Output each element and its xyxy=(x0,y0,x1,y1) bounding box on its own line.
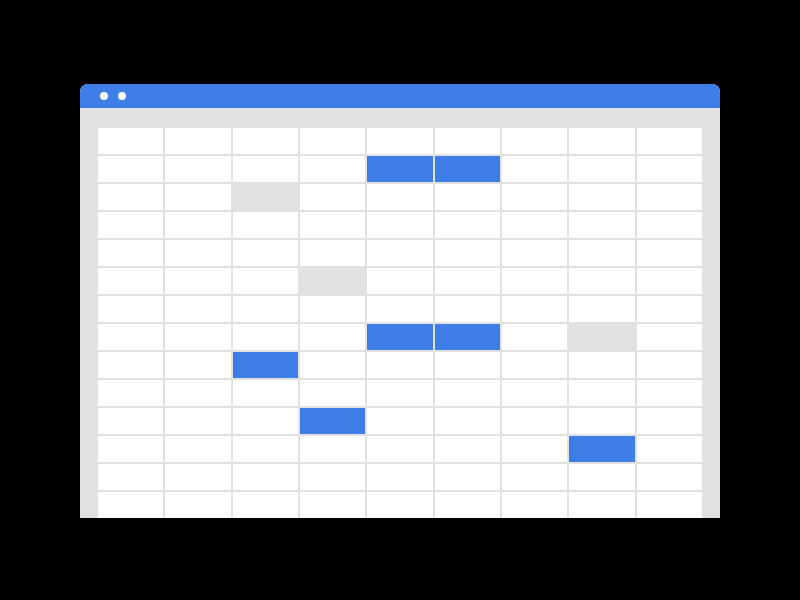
cell[interactable] xyxy=(233,408,298,434)
cell[interactable] xyxy=(502,184,567,210)
cell[interactable] xyxy=(300,408,365,434)
cell[interactable] xyxy=(233,464,298,490)
cell[interactable] xyxy=(165,492,230,518)
cell[interactable] xyxy=(165,324,230,350)
cell[interactable] xyxy=(98,324,163,350)
cell[interactable] xyxy=(569,436,634,462)
cell[interactable] xyxy=(98,436,163,462)
cell[interactable] xyxy=(502,268,567,294)
cell[interactable] xyxy=(300,212,365,238)
cell[interactable] xyxy=(367,156,432,182)
cell[interactable] xyxy=(233,128,298,154)
cell[interactable] xyxy=(367,380,432,406)
cell[interactable] xyxy=(637,324,702,350)
cell[interactable] xyxy=(165,184,230,210)
cell[interactable] xyxy=(300,128,365,154)
cell[interactable] xyxy=(569,240,634,266)
cell[interactable] xyxy=(233,352,298,378)
cell[interactable] xyxy=(637,492,702,518)
cell[interactable] xyxy=(637,156,702,182)
cell[interactable] xyxy=(569,296,634,322)
cell[interactable] xyxy=(367,464,432,490)
cell[interactable] xyxy=(637,352,702,378)
cell[interactable] xyxy=(98,268,163,294)
cell[interactable] xyxy=(98,212,163,238)
cell[interactable] xyxy=(502,212,567,238)
cell[interactable] xyxy=(637,296,702,322)
cell[interactable] xyxy=(165,156,230,182)
cell[interactable] xyxy=(637,184,702,210)
cell[interactable] xyxy=(98,240,163,266)
cell[interactable] xyxy=(569,324,634,350)
cell[interactable] xyxy=(637,268,702,294)
cell[interactable] xyxy=(165,268,230,294)
cell[interactable] xyxy=(502,240,567,266)
cell[interactable] xyxy=(367,268,432,294)
cell[interactable] xyxy=(637,436,702,462)
cell[interactable] xyxy=(569,156,634,182)
cell[interactable] xyxy=(502,156,567,182)
cell[interactable] xyxy=(367,128,432,154)
cell[interactable] xyxy=(637,380,702,406)
window-titlebar[interactable] xyxy=(80,84,720,108)
cell[interactable] xyxy=(502,380,567,406)
cell[interactable] xyxy=(637,464,702,490)
cell[interactable] xyxy=(569,268,634,294)
cell[interactable] xyxy=(233,296,298,322)
cell[interactable] xyxy=(300,156,365,182)
window-control-dot-icon[interactable] xyxy=(100,92,108,100)
cell[interactable] xyxy=(98,408,163,434)
cell[interactable] xyxy=(367,408,432,434)
cell[interactable] xyxy=(569,128,634,154)
cell[interactable] xyxy=(367,352,432,378)
cell[interactable] xyxy=(165,408,230,434)
cell[interactable] xyxy=(98,352,163,378)
cell[interactable] xyxy=(300,436,365,462)
cell[interactable] xyxy=(233,436,298,462)
cell[interactable] xyxy=(165,352,230,378)
cell[interactable] xyxy=(435,212,500,238)
cell[interactable] xyxy=(165,240,230,266)
cell[interactable] xyxy=(300,352,365,378)
cell[interactable] xyxy=(233,184,298,210)
cell[interactable] xyxy=(502,408,567,434)
cell[interactable] xyxy=(233,324,298,350)
cell[interactable] xyxy=(367,324,432,350)
cell[interactable] xyxy=(165,436,230,462)
cell[interactable] xyxy=(233,156,298,182)
spreadsheet-grid[interactable] xyxy=(98,128,702,518)
cell[interactable] xyxy=(502,492,567,518)
cell[interactable] xyxy=(502,324,567,350)
cell[interactable] xyxy=(300,184,365,210)
cell[interactable] xyxy=(502,352,567,378)
cell[interactable] xyxy=(502,296,567,322)
cell[interactable] xyxy=(435,240,500,266)
cell[interactable] xyxy=(569,184,634,210)
cell[interactable] xyxy=(435,296,500,322)
cell[interactable] xyxy=(435,464,500,490)
cell[interactable] xyxy=(637,240,702,266)
cell[interactable] xyxy=(367,184,432,210)
cell[interactable] xyxy=(98,128,163,154)
cell[interactable] xyxy=(233,212,298,238)
cell[interactable] xyxy=(300,296,365,322)
cell[interactable] xyxy=(98,296,163,322)
cell[interactable] xyxy=(165,464,230,490)
cell[interactable] xyxy=(435,268,500,294)
cell[interactable] xyxy=(502,464,567,490)
cell[interactable] xyxy=(300,268,365,294)
cell[interactable] xyxy=(233,380,298,406)
cell[interactable] xyxy=(165,296,230,322)
cell[interactable] xyxy=(435,408,500,434)
cell[interactable] xyxy=(300,324,365,350)
cell[interactable] xyxy=(637,212,702,238)
cell[interactable] xyxy=(637,408,702,434)
cell[interactable] xyxy=(435,492,500,518)
cell[interactable] xyxy=(98,492,163,518)
cell[interactable] xyxy=(98,380,163,406)
cell[interactable] xyxy=(435,156,500,182)
cell[interactable] xyxy=(98,156,163,182)
cell[interactable] xyxy=(165,212,230,238)
cell[interactable] xyxy=(569,408,634,434)
cell[interactable] xyxy=(569,212,634,238)
